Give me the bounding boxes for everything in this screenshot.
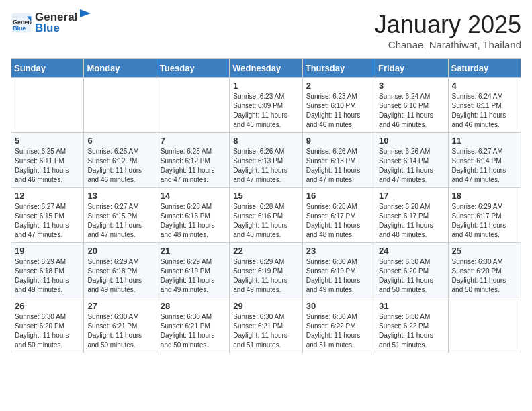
day-number: 13	[87, 191, 152, 201]
day-number: 4	[452, 81, 517, 91]
day-number: 30	[306, 301, 371, 311]
day-info: Sunrise: 6:28 AM Sunset: 6:16 PM Dayligh…	[161, 202, 226, 240]
day-number: 15	[233, 191, 298, 201]
day-info: Sunrise: 6:23 AM Sunset: 6:10 PM Dayligh…	[306, 92, 371, 130]
day-number: 17	[379, 191, 444, 201]
calendar-week-row: 5Sunrise: 6:25 AM Sunset: 6:11 PM Daylig…	[11, 133, 521, 188]
calendar-cell: 13Sunrise: 6:27 AM Sunset: 6:15 PM Dayli…	[84, 188, 157, 243]
calendar-cell: 3Sunrise: 6:24 AM Sunset: 6:10 PM Daylig…	[375, 78, 448, 133]
calendar-cell: 31Sunrise: 6:30 AM Sunset: 6:22 PM Dayli…	[375, 298, 448, 353]
calendar-cell: 8Sunrise: 6:26 AM Sunset: 6:13 PM Daylig…	[230, 133, 302, 188]
calendar-week-row: 1Sunrise: 6:23 AM Sunset: 6:09 PM Daylig…	[11, 78, 521, 133]
calendar-cell: 20Sunrise: 6:29 AM Sunset: 6:18 PM Dayli…	[84, 243, 157, 298]
day-info: Sunrise: 6:30 AM Sunset: 6:20 PM Dayligh…	[15, 312, 80, 350]
day-info: Sunrise: 6:24 AM Sunset: 6:10 PM Dayligh…	[379, 92, 444, 130]
day-info: Sunrise: 6:26 AM Sunset: 6:13 PM Dayligh…	[306, 147, 371, 185]
calendar-cell: 29Sunrise: 6:30 AM Sunset: 6:21 PM Dayli…	[230, 298, 302, 353]
day-info: Sunrise: 6:25 AM Sunset: 6:12 PM Dayligh…	[87, 147, 152, 185]
day-info: Sunrise: 6:26 AM Sunset: 6:13 PM Dayligh…	[233, 147, 298, 185]
day-number: 1	[233, 81, 298, 91]
calendar-cell: 17Sunrise: 6:28 AM Sunset: 6:17 PM Dayli…	[375, 188, 448, 243]
calendar-cell: 10Sunrise: 6:26 AM Sunset: 6:14 PM Dayli…	[375, 133, 448, 188]
calendar-header-row: SundayMondayTuesdayWednesdayThursdayFrid…	[11, 59, 521, 78]
location-subtitle: Chanae, Narathiwat, Thailand	[375, 39, 521, 50]
day-info: Sunrise: 6:30 AM Sunset: 6:19 PM Dayligh…	[306, 257, 371, 295]
day-number: 2	[306, 81, 371, 91]
logo-icon: General Blue	[11, 12, 32, 34]
calendar-cell: 2Sunrise: 6:23 AM Sunset: 6:10 PM Daylig…	[302, 78, 375, 133]
day-info: Sunrise: 6:27 AM Sunset: 6:15 PM Dayligh…	[87, 202, 152, 240]
month-title: January 2025	[375, 11, 521, 39]
day-info: Sunrise: 6:29 AM Sunset: 6:19 PM Dayligh…	[233, 257, 298, 295]
day-number: 11	[452, 136, 517, 146]
day-info: Sunrise: 6:25 AM Sunset: 6:11 PM Dayligh…	[15, 147, 80, 185]
calendar-cell: 28Sunrise: 6:30 AM Sunset: 6:21 PM Dayli…	[157, 298, 229, 353]
day-info: Sunrise: 6:30 AM Sunset: 6:20 PM Dayligh…	[379, 257, 444, 295]
calendar-week-row: 12Sunrise: 6:27 AM Sunset: 6:15 PM Dayli…	[11, 188, 521, 243]
calendar-cell: 27Sunrise: 6:30 AM Sunset: 6:21 PM Dayli…	[84, 298, 157, 353]
calendar-cell: 6Sunrise: 6:25 AM Sunset: 6:12 PM Daylig…	[84, 133, 157, 188]
calendar-cell: 5Sunrise: 6:25 AM Sunset: 6:11 PM Daylig…	[11, 133, 84, 188]
day-number: 12	[15, 191, 80, 201]
weekday-header-tuesday: Tuesday	[157, 59, 229, 78]
day-number: 16	[306, 191, 371, 201]
calendar-cell: 11Sunrise: 6:27 AM Sunset: 6:14 PM Dayli…	[448, 133, 521, 188]
logo-flag-icon	[79, 8, 93, 21]
day-info: Sunrise: 6:30 AM Sunset: 6:22 PM Dayligh…	[379, 312, 444, 350]
day-info: Sunrise: 6:27 AM Sunset: 6:14 PM Dayligh…	[452, 147, 517, 185]
calendar-cell	[157, 78, 229, 133]
day-number: 14	[161, 191, 226, 201]
weekday-header-sunday: Sunday	[11, 59, 84, 78]
calendar-cell	[448, 298, 521, 353]
calendar-cell: 1Sunrise: 6:23 AM Sunset: 6:09 PM Daylig…	[230, 78, 302, 133]
calendar-cell	[84, 78, 157, 133]
day-number: 5	[15, 136, 80, 146]
day-info: Sunrise: 6:25 AM Sunset: 6:12 PM Dayligh…	[161, 147, 226, 185]
calendar-week-row: 26Sunrise: 6:30 AM Sunset: 6:20 PM Dayli…	[11, 298, 521, 353]
day-number: 29	[233, 301, 298, 311]
day-info: Sunrise: 6:30 AM Sunset: 6:22 PM Dayligh…	[306, 312, 371, 350]
weekday-header-thursday: Thursday	[302, 59, 375, 78]
day-info: Sunrise: 6:30 AM Sunset: 6:21 PM Dayligh…	[233, 312, 298, 350]
day-number: 23	[306, 246, 371, 256]
day-number: 31	[379, 301, 444, 311]
day-number: 3	[379, 81, 444, 91]
day-info: Sunrise: 6:24 AM Sunset: 6:11 PM Dayligh…	[452, 92, 517, 130]
day-number: 18	[452, 191, 517, 201]
svg-marker-4	[80, 9, 91, 17]
weekday-header-saturday: Saturday	[448, 59, 521, 78]
day-number: 7	[161, 136, 226, 146]
day-info: Sunrise: 6:26 AM Sunset: 6:14 PM Dayligh…	[379, 147, 444, 185]
day-info: Sunrise: 6:28 AM Sunset: 6:17 PM Dayligh…	[379, 202, 444, 240]
day-info: Sunrise: 6:30 AM Sunset: 6:21 PM Dayligh…	[87, 312, 152, 350]
calendar-cell: 14Sunrise: 6:28 AM Sunset: 6:16 PM Dayli…	[157, 188, 229, 243]
svg-text:Blue: Blue	[13, 25, 26, 32]
calendar-cell: 7Sunrise: 6:25 AM Sunset: 6:12 PM Daylig…	[157, 133, 229, 188]
day-info: Sunrise: 6:23 AM Sunset: 6:09 PM Dayligh…	[233, 92, 298, 130]
day-info: Sunrise: 6:28 AM Sunset: 6:17 PM Dayligh…	[306, 202, 371, 240]
calendar-cell: 23Sunrise: 6:30 AM Sunset: 6:19 PM Dayli…	[302, 243, 375, 298]
calendar-cell: 25Sunrise: 6:30 AM Sunset: 6:20 PM Dayli…	[448, 243, 521, 298]
title-block: January 2025 Chanae, Narathiwat, Thailan…	[375, 11, 521, 50]
calendar-cell: 4Sunrise: 6:24 AM Sunset: 6:11 PM Daylig…	[448, 78, 521, 133]
weekday-header-monday: Monday	[84, 59, 157, 78]
day-info: Sunrise: 6:27 AM Sunset: 6:15 PM Dayligh…	[15, 202, 80, 240]
svg-text:General: General	[13, 19, 32, 26]
day-number: 8	[233, 136, 298, 146]
day-number: 9	[306, 136, 371, 146]
day-number: 26	[15, 301, 80, 311]
weekday-header-friday: Friday	[375, 59, 448, 78]
day-info: Sunrise: 6:29 AM Sunset: 6:18 PM Dayligh…	[87, 257, 152, 295]
day-number: 20	[87, 246, 152, 256]
day-number: 6	[87, 136, 152, 146]
calendar-cell	[11, 78, 84, 133]
day-number: 25	[452, 246, 517, 256]
calendar-cell: 22Sunrise: 6:29 AM Sunset: 6:19 PM Dayli…	[230, 243, 302, 298]
weekday-header-wednesday: Wednesday	[230, 59, 302, 78]
calendar-week-row: 19Sunrise: 6:29 AM Sunset: 6:18 PM Dayli…	[11, 243, 521, 298]
calendar-cell: 9Sunrise: 6:26 AM Sunset: 6:13 PM Daylig…	[302, 133, 375, 188]
day-info: Sunrise: 6:30 AM Sunset: 6:20 PM Dayligh…	[452, 257, 517, 295]
day-number: 28	[161, 301, 226, 311]
logo: General Blue General Blue	[11, 11, 93, 35]
calendar-cell: 12Sunrise: 6:27 AM Sunset: 6:15 PM Dayli…	[11, 188, 84, 243]
